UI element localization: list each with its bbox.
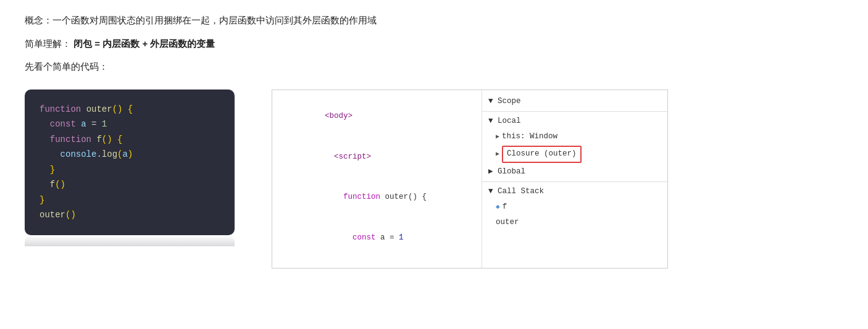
dt-line-body: <body> (272, 96, 482, 137)
callstack-f: ◆ f (482, 199, 667, 215)
concept-prefix: 简单理解： (25, 38, 71, 49)
code-line-2: const a = 1 (40, 117, 220, 132)
callstack-outer: outer (482, 215, 667, 230)
code-line-8: outer() (40, 207, 220, 223)
scope-header: ▼ Scope (482, 94, 667, 109)
scope-this-label: this: Window (502, 130, 557, 143)
blue-arrow-icon: ◆ (496, 201, 500, 213)
callstack-f-label: f (503, 201, 507, 214)
scope-divider-1 (482, 111, 667, 112)
local-arrow: ▼ Local (488, 115, 521, 128)
devtools-scope-pane: ▼ Scope ▼ Local ▶ this: Window ▶ Closure… (482, 90, 667, 268)
content-area: function outer() { const a = 1 function … (25, 90, 843, 269)
scope-closure: ▶ Closure (outer) (482, 144, 667, 164)
code-line-3: function f() { (40, 132, 220, 148)
callstack-header: ▼ Call Stack (482, 184, 667, 199)
closure-box: Closure (outer) (502, 146, 582, 162)
concept-line-1: 概念：一个函数对周围状态的引用捆绑在一起，内层函数中访问到其外层函数的作用域 (25, 12, 843, 28)
concept-line-3: 先看个简单的代码： (25, 59, 843, 75)
code-line-6: f() (40, 177, 220, 193)
dt-line-script: <script> (272, 136, 482, 177)
code-line-7: } (40, 193, 220, 208)
scope-global: ▶ Global (482, 164, 667, 180)
scope-this: ▶ this: Window (482, 129, 667, 144)
devtools-code-pane: <body> <script> function outer() { const… (272, 90, 482, 268)
dt-line-const-a: const a = 1 (272, 218, 482, 259)
devtools-panel: <body> <script> function outer() { const… (272, 90, 668, 269)
dt-line-fn-f: function f() { (272, 259, 482, 268)
dt-line-fn-outer: function outer() { (272, 177, 482, 218)
code-line-5: } (40, 162, 220, 178)
code-line-1: function outer() { (40, 102, 220, 117)
concept-bold: 闭包 = 内层函数 + 外层函数的变量 (73, 38, 215, 49)
concept-line-2: 简单理解： 闭包 = 内层函数 + 外层函数的变量 (25, 36, 843, 52)
scope-local: ▼ Local (482, 114, 667, 129)
scope-divider-2 (482, 181, 667, 182)
code-line-4: console.log(a) (40, 147, 220, 162)
dark-code-block: function outer() { const a = 1 function … (25, 90, 235, 235)
callstack-outer-label: outer (496, 216, 519, 229)
code-reflection (25, 235, 235, 246)
